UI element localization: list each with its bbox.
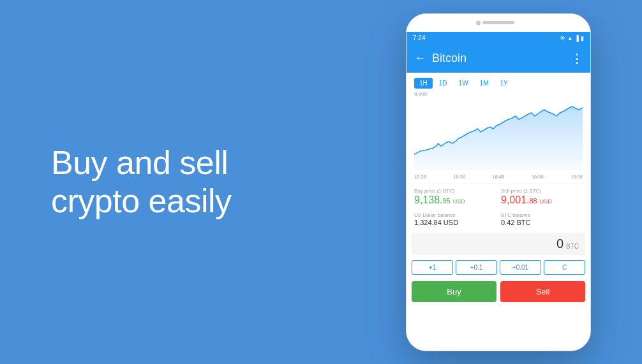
- chart-area: 8,800 18:28 18:38 18:: [407, 91, 590, 184]
- app-title: Bitcoin: [432, 52, 571, 65]
- tagline: Buy and sell crypto easily: [51, 144, 232, 221]
- eye-icon: 👁: [560, 35, 565, 41]
- sell-price-value: 9,001.88 USD: [501, 194, 583, 206]
- price-section: Buy price (1 BTC) 9,138.95 USD Sell pric…: [407, 184, 590, 210]
- buy-price-main: 9,138.95: [414, 194, 451, 205]
- tab-1w[interactable]: 1W: [454, 78, 474, 89]
- app-header: ← Bitcoin ⋮: [407, 45, 590, 73]
- x-label-4: 19:08: [571, 174, 583, 180]
- tab-1h[interactable]: 1H: [414, 78, 433, 89]
- buy-price-label: Buy price (1 BTC): [414, 188, 496, 194]
- usd-balance-block: US Dollar balance 1,324.84 USD: [414, 212, 496, 226]
- btc-balance-value: 0.42 BTC: [501, 219, 583, 226]
- tagline-line1: Buy and sell: [51, 144, 228, 181]
- x-label-1: 18:38: [453, 174, 465, 180]
- status-bar: 7:24 👁 ▲ ▐ ▮: [407, 32, 590, 45]
- usd-balance-label: US Dollar balance: [414, 212, 496, 218]
- phone-speaker: [482, 21, 514, 24]
- chart-label-top: 8,800: [414, 91, 427, 97]
- sell-price-main: 9,001.88: [501, 194, 537, 205]
- price-chart: [414, 100, 583, 170]
- amount-currency: BTC: [566, 243, 579, 251]
- x-label-2: 18:48: [493, 174, 505, 180]
- numpad-plus01[interactable]: +0.1: [456, 260, 497, 275]
- numpad-plus1[interactable]: +1: [412, 260, 453, 275]
- phone-top-bar: [407, 14, 590, 32]
- right-section: 7:24 👁 ▲ ▐ ▮ ← Bitcoin ⋮ 1H 1D 1W 1M 1Y: [374, 0, 642, 364]
- tab-1y[interactable]: 1Y: [495, 78, 513, 89]
- chart-x-labels: 18:28 18:38 18:48 18:58 19:08: [414, 174, 583, 180]
- buy-button[interactable]: Buy: [412, 281, 496, 302]
- btc-balance-block: BTC balance 0.42 BTC: [501, 212, 583, 226]
- sell-price-currency: USD: [540, 198, 552, 205]
- x-label-3: 18:58: [532, 174, 544, 180]
- time-tabs: 1H 1D 1W 1M 1Y: [407, 73, 590, 91]
- phone-camera: [476, 20, 481, 25]
- tab-1m[interactable]: 1M: [475, 78, 494, 89]
- sell-button[interactable]: Sell: [500, 281, 585, 302]
- phone-shell: 7:24 👁 ▲ ▐ ▮ ← Bitcoin ⋮ 1H 1D 1W 1M 1Y: [406, 13, 591, 351]
- phone-bottom-bar: [407, 338, 590, 351]
- signal-icon: ▐: [575, 35, 579, 41]
- buy-price-currency: USD: [453, 198, 465, 205]
- left-section: Buy and sell crypto easily: [0, 106, 374, 259]
- battery-icon: ▮: [581, 35, 584, 41]
- btc-balance-label: BTC balance: [501, 212, 583, 218]
- numpad-plus001[interactable]: +0.01: [500, 260, 541, 275]
- x-label-0: 18:28: [414, 174, 426, 180]
- wifi-icon: ▲: [567, 35, 573, 41]
- tab-1d[interactable]: 1D: [434, 78, 452, 89]
- amount-display: 0 BTC: [412, 233, 585, 255]
- sell-price-block: Sell price (1 BTC) 9,001.88 USD: [501, 188, 583, 206]
- balance-section: US Dollar balance 1,324.84 USD BTC balan…: [407, 210, 590, 230]
- tagline-line2: crypto easily: [51, 182, 232, 219]
- more-button[interactable]: ⋮: [571, 52, 583, 66]
- buy-price-block: Buy price (1 BTC) 9,138.95 USD: [414, 188, 496, 206]
- numpad-clear[interactable]: C: [544, 260, 585, 275]
- usd-balance-value: 1,324.84 USD: [414, 219, 496, 226]
- numpad: +1 +0.1 +0.01 C: [407, 258, 590, 277]
- back-button[interactable]: ←: [414, 52, 426, 65]
- status-time: 7:24: [413, 34, 425, 41]
- buy-price-value: 9,138.95 USD: [414, 194, 496, 206]
- amount-value: 0: [556, 237, 564, 251]
- action-buttons: Buy Sell: [407, 277, 590, 307]
- app-content: 1H 1D 1W 1M 1Y 8,800: [407, 73, 590, 338]
- sell-price-label: Sell price (1 BTC): [501, 188, 583, 194]
- status-icons: 👁 ▲ ▐ ▮: [560, 35, 584, 41]
